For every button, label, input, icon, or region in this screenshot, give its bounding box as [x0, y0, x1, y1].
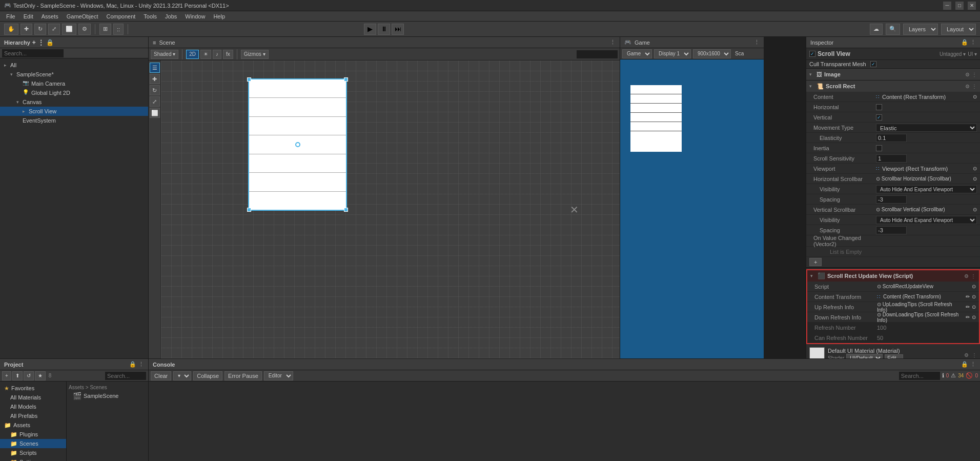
scene-gizmos-button[interactable]: Gizmos ▾: [241, 50, 269, 59]
scale-scene-tool[interactable]: ⤢: [150, 96, 160, 107]
up-refresh-edit-icon[interactable]: ✏: [966, 304, 970, 310]
hierarchy-item-globallight[interactable]: 💡 Global Light 2D: [0, 88, 148, 97]
movement-type-dropdown[interactable]: Elastic Unrestricted Clamped: [876, 124, 977, 132]
inspector-lock-button[interactable]: 🔒: [961, 39, 968, 46]
hierarchy-item-all[interactable]: ▸ All: [0, 61, 148, 70]
project-menu-icon[interactable]: ⋮: [138, 361, 144, 368]
hierarchy-item-eventsystem[interactable]: EventSystem: [0, 116, 148, 125]
console-editor-dropdown[interactable]: Editor: [264, 371, 293, 380]
shader-edit-button[interactable]: Edit...: [885, 354, 903, 359]
scene-light-button[interactable]: ☀: [200, 50, 211, 59]
play-button[interactable]: ▶: [364, 24, 376, 35]
project-tree-favorites[interactable]: ★ Favorites: [0, 384, 66, 393]
menu-gameobject[interactable]: GameObject: [63, 12, 103, 21]
scene-2d-button[interactable]: 2D: [186, 50, 199, 59]
v-scrollbar-select-icon[interactable]: ⊙: [973, 207, 977, 212]
viewport-select-icon[interactable]: ⊙: [973, 166, 977, 171]
scene-view[interactable]: ☰ ✚ ↻ ⤢ ⬜: [149, 61, 620, 358]
search-button[interactable]: 🔍: [886, 24, 900, 35]
project-add-button[interactable]: +: [2, 371, 11, 380]
project-lock-icon[interactable]: 🔒: [129, 361, 136, 368]
console-lock-icon[interactable]: 🔒: [961, 361, 968, 368]
object-active-checkbox[interactable]: ✓: [809, 51, 815, 57]
project-tree-scripts[interactable]: 📁 Scripts: [0, 448, 66, 457]
rect-tool-button[interactable]: ⬜: [62, 24, 76, 35]
material-gear-icon[interactable]: ⚙: [964, 352, 969, 358]
add-event-button[interactable]: +: [809, 258, 822, 266]
minimize-button[interactable]: ─: [943, 2, 951, 10]
rotate-scene-tool[interactable]: ↻: [150, 85, 160, 95]
layers-dropdown[interactable]: Layers: [903, 24, 938, 35]
script-gear-icon[interactable]: ⚙: [964, 273, 969, 279]
hand-tool-button[interactable]: ✋: [4, 24, 18, 35]
inspector-menu-button[interactable]: ⋮: [970, 39, 976, 46]
image-menu-icon[interactable]: ⋮: [972, 72, 977, 77]
console-clear-dropdown[interactable]: ▾: [173, 371, 191, 380]
material-menu-icon[interactable]: ⋮: [972, 352, 977, 358]
hand-scene-tool[interactable]: ☰: [150, 63, 160, 73]
scale-tool-button[interactable]: ⤢: [48, 24, 60, 35]
project-tree-scenes[interactable]: 📁 Scenes: [0, 439, 66, 448]
grid-button[interactable]: ::: [113, 24, 124, 35]
handle-bl[interactable]: [247, 208, 251, 212]
elasticity-input[interactable]: [876, 134, 907, 142]
menu-jobs[interactable]: Jobs: [161, 12, 181, 21]
menu-edit[interactable]: Edit: [19, 12, 37, 21]
ct-edit-icon[interactable]: ✏: [966, 294, 970, 299]
hierarchy-item-canvas[interactable]: ▾ Canvas: [0, 97, 148, 107]
menu-tools[interactable]: Tools: [139, 12, 161, 21]
image-section-header[interactable]: ▾ 🖼 Image ⚙ ⋮: [806, 69, 980, 80]
console-clear-button[interactable]: Clear: [151, 371, 171, 380]
project-star-button[interactable]: ★: [35, 371, 46, 380]
close-button[interactable]: ✕: [968, 2, 976, 10]
vertical-checkbox[interactable]: ✓: [876, 114, 882, 121]
menu-file[interactable]: File: [2, 12, 19, 21]
cull-checkbox[interactable]: ✓: [870, 61, 876, 67]
handle-tr[interactable]: [344, 77, 348, 82]
rect-scene-tool[interactable]: ⬜: [150, 108, 160, 118]
layout-dropdown[interactable]: Layout: [941, 24, 976, 35]
project-samplescene-item[interactable]: 🎬 SampleScene: [69, 391, 146, 400]
down-refresh-edit-icon[interactable]: ✏: [966, 314, 970, 320]
scene-fx-button[interactable]: fx: [223, 50, 233, 59]
hierarchy-add-button[interactable]: +: [32, 39, 36, 46]
game-menu-button[interactable]: ⋮: [754, 39, 760, 46]
project-tree-settings[interactable]: 📁 Settings: [0, 457, 66, 461]
hierarchy-item-scrollview[interactable]: ▸ Scroll View: [0, 107, 148, 116]
step-button[interactable]: ⏭: [392, 24, 404, 35]
scrollrect-menu-icon[interactable]: ⋮: [972, 84, 977, 89]
project-import-button[interactable]: ⬆: [12, 371, 23, 380]
hierarchy-lock-button[interactable]: 🔒: [46, 39, 54, 46]
h-spacing-input[interactable]: [876, 195, 907, 204]
project-tree-assets[interactable]: 📁 Assets: [0, 420, 66, 430]
project-tree-allmodels[interactable]: All Models: [0, 402, 66, 411]
ct-select-icon[interactable]: ⊙: [972, 294, 976, 299]
h-scrollbar-select-icon[interactable]: ⊙: [973, 176, 977, 182]
hierarchy-item-maincamera[interactable]: 📷 Main Camera: [0, 79, 148, 88]
project-tree-allmaterials[interactable]: All Materials: [0, 393, 66, 402]
hierarchy-search-input[interactable]: [2, 49, 64, 57]
console-menu-icon[interactable]: ⋮: [970, 361, 976, 368]
image-gear-icon[interactable]: ⚙: [965, 72, 970, 77]
scroll-rect-header[interactable]: ▾ 📜 Scroll Rect ⚙ ⋮: [806, 81, 980, 92]
console-error-pause-button[interactable]: Error Pause: [224, 371, 262, 380]
scene-search-input[interactable]: [577, 50, 618, 58]
scene-shading-dropdown[interactable]: Shaded ▾: [151, 50, 178, 59]
horizontal-checkbox[interactable]: [876, 104, 882, 110]
shader-select[interactable]: UI/Default: [846, 354, 883, 358]
content-select-icon[interactable]: ⊙: [973, 94, 977, 99]
project-tree-allprefabs[interactable]: All Prefabs: [0, 411, 66, 420]
script-menu-icon[interactable]: ⋮: [971, 273, 976, 279]
handle-br[interactable]: [344, 208, 348, 212]
v-spacing-input[interactable]: [876, 226, 907, 234]
inertia-checkbox[interactable]: [876, 145, 882, 151]
menu-assets[interactable]: Assets: [37, 12, 63, 21]
hierarchy-menu-button[interactable]: ⋮: [38, 39, 44, 46]
console-collapse-button[interactable]: Collapse: [193, 371, 222, 380]
scene-audio-button[interactable]: ♪: [213, 50, 221, 59]
snap-button[interactable]: ⊞: [99, 24, 111, 35]
console-search-input[interactable]: [899, 372, 940, 380]
pause-button[interactable]: ⏸: [378, 24, 390, 35]
transform-tool-button[interactable]: ⚙: [78, 24, 91, 35]
project-refresh-button[interactable]: ↺: [24, 371, 34, 380]
